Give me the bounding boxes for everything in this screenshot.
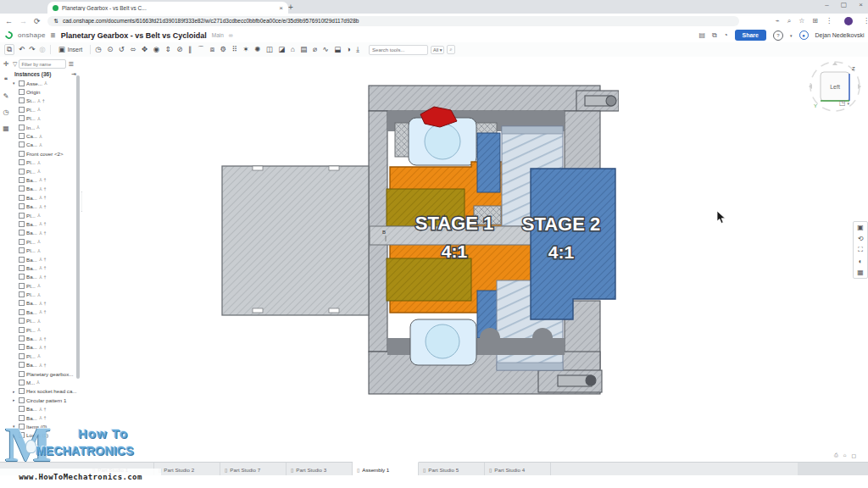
tree-row[interactable]: ▸ Hex socket head ca... Y † [13,387,77,396]
canvas-tool-icon[interactable]: ⟲ [858,235,864,242]
instances-header[interactable]: Instances (36) [14,71,51,77]
tree-row[interactable]: Ba... Y † [13,334,77,342]
tree-row[interactable]: Ba... Y † [13,229,77,237]
panel-strip-icon[interactable]: ❝ [4,76,8,84]
tree-row[interactable]: Ba... Y † [13,361,77,369]
tree-row[interactable]: Pl... Y † [13,158,77,167]
document-tab[interactable]: ▯ Part Studio 3 [287,463,353,476]
tree-row[interactable]: Pl... Y † [13,105,77,114]
tree-row[interactable]: ▾ Asse... Y † [13,79,77,87]
tree-row[interactable]: Planetary gearbox... Y † [13,369,77,378]
tab-manager-icon[interactable]: ⎙ [834,452,838,458]
canvas-tool-icon[interactable]: ◐ [859,258,863,265]
header-action-icon[interactable]: ⧉ [712,31,717,40]
tabbar-scroll-region[interactable] [798,463,868,475]
assembly-tool-icon[interactable]: ⇕ [165,46,171,53]
help-caret-icon[interactable]: ▾ [790,33,793,38]
tree-row[interactable]: Ba... Y † [13,202,77,210]
sidebar-scrollbar[interactable] [76,75,80,379]
tree-row[interactable]: Ba... Y † [13,263,77,272]
header-action-icon[interactable]: ◔ [724,31,728,40]
browser-action-icon[interactable]: ⋮ [826,17,832,25]
assembly-tool-icon[interactable]: ▤ [300,46,307,53]
tree-row[interactable]: Pl... Y † [13,281,77,290]
assembly-tool-icon[interactable]: ◑ [347,46,351,53]
assembly-tool-icon[interactable]: ✥ [142,46,147,53]
branch-label[interactable]: Main [212,32,224,38]
assembly-tool-icon[interactable]: ∿ [323,46,329,53]
hamburger-menu-icon[interactable]: ≡ [51,30,56,40]
motor-block[interactable] [222,166,369,315]
panel-strip-icon[interactable]: ◷ [3,108,9,116]
tree-row[interactable]: Ba... Y † [13,175,77,184]
advanced-search-icon[interactable]: ⌕ [447,45,454,54]
window-minimize-button[interactable]: – [825,1,828,8]
document-tab[interactable]: ▯ Part Studio 5 [419,463,485,476]
window-close-button[interactable]: × [859,1,863,8]
tree-row[interactable]: Pl... Y † [13,352,77,360]
tree-row[interactable]: Ba... Y † [13,404,77,413]
assembly-tool-icon[interactable]: ✶ [242,46,248,53]
new-tab-button[interactable]: + [288,3,293,12]
assembly-tool-icon[interactable]: ⌂ [291,46,295,53]
panel-strip-icon[interactable]: ▦ [3,125,9,132]
tree-row[interactable]: Ca... Y † [13,141,77,149]
canvas-tool-icon[interactable]: ⛶ [858,246,863,254]
assembly-tool-icon[interactable]: ◫ [266,46,273,53]
reload-icon[interactable]: ⟳ [34,17,41,25]
canvas-tool-icon[interactable]: ▦ [857,269,864,276]
tree-row[interactable]: Pl... Y † [13,114,77,123]
assembly-tool-icon[interactable]: ✺ [254,46,260,53]
assembly-tool-icon[interactable]: ⊙ [107,46,113,53]
canvas-tool-icon[interactable]: ▣ [857,224,864,231]
tree-row[interactable]: Pl... Y † [13,237,77,246]
browser-action-icon[interactable]: ☆ [798,17,804,25]
assembly-tool-icon[interactable]: ⚙ [220,46,227,53]
tree-row[interactable]: Ba... Y † [13,193,77,202]
window-maximize-button[interactable]: ▢ [841,1,848,8]
tree-row[interactable]: Ba... Y † [13,273,77,281]
tree-row[interactable]: Ca... Y † [13,131,77,140]
assembly-tool-icon[interactable]: ∥ [188,46,192,53]
document-tab[interactable]: ▯ Part Studio 7 [220,463,287,476]
assembly-tool-icon[interactable]: ↺ [119,46,125,53]
tree-row[interactable]: Ba... Y † [13,343,77,352]
bottom-bearing[interactable] [410,319,476,365]
tree-row[interactable]: M... Y † [13,378,77,386]
assembly-tool-icon[interactable]: ⠿ [232,46,237,53]
view-options-button[interactable]: ◳ ▾ [839,99,849,107]
browser-tab[interactable]: Planetary Gearbox - vs Belt vs C... × [47,2,288,14]
stage1-gear[interactable] [387,258,471,301]
undo-icon[interactable]: ↶ [19,46,25,53]
tab-manager-icon[interactable]: ⌂ [843,452,847,458]
tree-row[interactable]: ▸ Circular pattern 1 Y † [13,396,77,404]
feature-list-toggle-icon[interactable]: ⧉ [4,44,14,55]
tree-row[interactable]: Pl... Y † [13,246,77,254]
assembly-tool-icon[interactable]: ⬄ [130,46,136,53]
tree-row[interactable]: Pl... Y † [13,290,77,298]
document-tab[interactable]: ▯ Part Studio 2 [154,463,220,476]
tree-row[interactable]: Pl... Y † [13,325,77,334]
user-avatar[interactable]: ● [799,30,809,40]
tree-caret-icon[interactable]: ▸ [13,389,17,394]
panel-strip-icon[interactable]: ✛ [3,60,9,68]
ring-gear-segment[interactable] [477,133,500,192]
search-tools-input[interactable] [369,45,428,55]
tree-row[interactable]: Ba... Y † [13,299,77,308]
browser-action-icon[interactable]: ⊞ [812,17,818,25]
tab-close-icon[interactable]: × [279,4,283,12]
browser-action-icon[interactable]: ⌁ [776,17,780,25]
tree-caret-icon[interactable]: ▸ [13,397,17,402]
assembly-tool-icon[interactable]: ◷ [95,46,101,53]
tree-row[interactable]: In... Y † [13,123,77,131]
assembly-tool-icon[interactable]: ⤓ [356,46,359,53]
model-canvas[interactable]: B STAGE 1 4:1 STAGE 2 4:1 Left Z Y ◳ ▾ ▣… [82,57,868,462]
assembly-tool-icon[interactable]: ⧈ [210,46,214,53]
header-action-icon[interactable]: ▤ [698,31,705,40]
planet-pin-block[interactable] [395,123,410,157]
back-icon[interactable]: ← [5,17,13,25]
assembly-tool-icon[interactable]: ⌀ [313,46,317,53]
share-button[interactable]: Share [735,30,766,41]
list-view-icon[interactable]: ☰ [68,61,73,68]
assembly-tool-icon[interactable]: ◉ [153,46,159,53]
